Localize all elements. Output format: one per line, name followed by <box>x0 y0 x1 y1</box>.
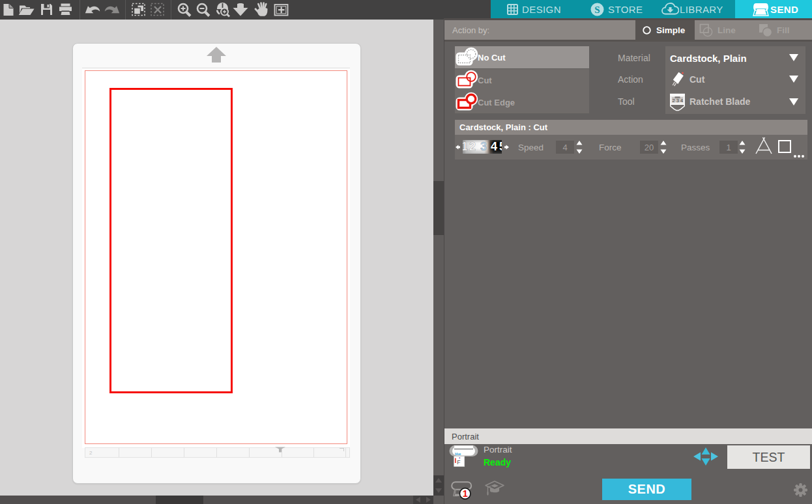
svg-text:2 3 4: 2 3 4 <box>672 98 683 104</box>
svg-text:5: 5 <box>499 140 502 153</box>
svg-text:F: F <box>457 459 460 466</box>
svg-text:S: S <box>594 4 600 14</box>
svg-text:blue: blue <box>455 453 461 456</box>
svg-text:2: 2 <box>469 140 476 153</box>
svg-text:3: 3 <box>480 140 487 153</box>
svg-text:1: 1 <box>463 488 468 499</box>
svg-text:1: 1 <box>463 140 468 153</box>
svg-text:4: 4 <box>491 140 497 153</box>
